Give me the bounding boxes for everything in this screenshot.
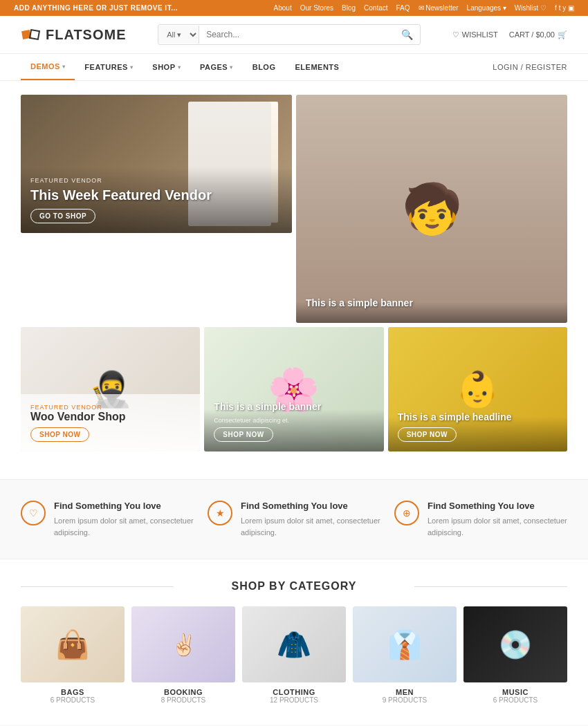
banner-flowers-overlay: This is a simple banner Consectetuer adi… — [204, 391, 383, 452]
top-bar-links: About Our Stores Blog Contact FAQ ✉ News… — [274, 4, 574, 12]
bags-icon: 👜 — [21, 606, 125, 682]
wishlist-button[interactable]: ♡ WISHLIST — [452, 30, 498, 39]
search-bar: All ▾ 🔍 — [158, 24, 421, 45]
woo-title: Woo Vendor Shop — [30, 411, 190, 423]
header-right: ♡ WISHLIST CART / $0,00 🛒 — [452, 30, 567, 39]
feature-1-icon: ♡ — [21, 501, 46, 525]
category-music[interactable]: 💿 MUSIC 6 PRODUCTS — [463, 606, 567, 704]
contact-link[interactable]: Contact — [364, 4, 387, 12]
category-men-name: MEN — [353, 688, 457, 696]
wishlist-icon: ♡ — [452, 30, 459, 39]
nav-item-pages[interactable]: PAGES ▾ — [190, 54, 243, 80]
logo-text: FLATSOME — [46, 27, 127, 43]
shop-by-category-section: SHOP BY CATEGORY 👜 BAGS 6 PRODUCTS ✌🏻 BO… — [0, 559, 588, 725]
category-clothing-img: 🧥 — [242, 606, 346, 682]
booking-icon: ✌🏻 — [131, 606, 235, 682]
woo-vendor-banner: 🥷 FEATURED VENDOR Woo Vendor Shop SHOP N… — [21, 327, 200, 452]
nav-item-elements[interactable]: ELEMENTS — [285, 54, 349, 80]
search-icon: 🔍 — [401, 29, 413, 40]
search-button[interactable]: 🔍 — [394, 25, 420, 44]
clothing-icon: 🧥 — [242, 606, 346, 682]
feature-3: ⊕ Find Something You love Lorem ipsum do… — [394, 501, 567, 538]
cart-icon: 🛒 — [558, 30, 567, 39]
about-link[interactable]: About — [274, 4, 292, 12]
hero-right-banner: 🧒 This is a simple banner — [296, 95, 567, 323]
feature-1-desc: Lorem ipsum dolor sit amet, consectetuer… — [54, 515, 194, 538]
announcement-text: ADD ANYTHING HERE OR JUST REMOVE IT... — [14, 4, 178, 12]
woo-vendor-overlay: FEATURED VENDOR Woo Vendor Shop SHOP NOW — [21, 394, 200, 452]
category-bags-name: BAGS — [21, 688, 125, 696]
hero-main-banner: 🌸 FEATURED VENDOR This Week Featured Ven… — [21, 95, 292, 233]
men-icon: 👔 — [353, 606, 457, 682]
banner-headline-title: This is a simple headline — [398, 411, 558, 423]
wishlist-top-link[interactable]: Wishlist ♡ — [515, 4, 546, 12]
search-category-select[interactable]: All ▾ — [158, 26, 199, 44]
banner-flowers-cta[interactable]: SHOP NOW — [214, 427, 273, 442]
category-bags[interactable]: 👜 BAGS 6 PRODUCTS — [21, 606, 125, 704]
banner-headline-cta[interactable]: SHOP NOW — [398, 427, 457, 442]
main-content: 🌸 FEATURED VENDOR This Week Featured Ven… — [0, 81, 588, 479]
feature-3-desc: Lorem ipsum dolor sit amet, consectetuer… — [428, 515, 567, 538]
category-bags-count: 6 PRODUCTS — [21, 696, 125, 704]
category-men-count: 9 PRODUCTS — [353, 696, 457, 704]
feature-1-text: Find Something You love Lorem ipsum dolo… — [54, 501, 194, 538]
music-icon: 💿 — [463, 606, 567, 682]
hero-main-title: This Week Featured Vendor — [30, 187, 282, 203]
nav-left: DEMOS ▾ FEATURES ▾ SHOP ▾ PAGES ▾ BLOG E… — [21, 54, 349, 80]
hero-bottom-row: 🥷 FEATURED VENDOR Woo Vendor Shop SHOP N… — [21, 327, 567, 452]
cart-button[interactable]: CART / $0,00 🛒 — [509, 30, 567, 39]
social-icons: f t y ▣ — [555, 4, 574, 12]
feature-1: ♡ Find Something You love Lorem ipsum do… — [21, 501, 194, 538]
nav-item-shop[interactable]: SHOP ▾ — [143, 54, 190, 80]
login-register-link[interactable]: LOGIN / REGISTER — [493, 63, 567, 71]
hero-right-title: This is a simple banner — [306, 297, 558, 309]
hero-main-cta[interactable]: GO TO SHOP — [30, 209, 95, 223]
languages-link[interactable]: Languages ▾ — [467, 4, 506, 12]
category-booking[interactable]: ✌🏻 BOOKING 8 PRODUCTS — [131, 606, 235, 704]
woo-tag: FEATURED VENDOR — [30, 404, 190, 411]
search-input[interactable] — [199, 26, 394, 44]
newsletter-link[interactable]: ✉ Newsletter — [419, 4, 459, 12]
hero-top-row: 🌸 FEATURED VENDOR This Week Featured Ven… — [21, 95, 567, 323]
feature-2-icon: ★ — [208, 501, 232, 525]
nav-item-demos[interactable]: DEMOS ▾ — [21, 54, 75, 80]
nav-item-blog[interactable]: BLOG — [243, 54, 286, 80]
feature-3-icon: ⊕ — [394, 501, 419, 525]
feature-2-desc: Lorem ipsum dolor sit amet, consectetuer… — [241, 515, 380, 538]
navigation: DEMOS ▾ FEATURES ▾ SHOP ▾ PAGES ▾ BLOG E… — [0, 54, 588, 81]
hero-right-overlay: This is a simple banner — [296, 288, 567, 323]
banner-headline: 👶 This is a simple headline SHOP NOW — [388, 327, 567, 452]
feature-3-text: Find Something You love Lorem ipsum dolo… — [428, 501, 567, 538]
category-clothing-name: CLOTHING — [242, 688, 346, 696]
category-booking-count: 8 PRODUCTS — [131, 696, 235, 704]
blog-link[interactable]: Blog — [342, 4, 356, 12]
category-music-img: 💿 — [463, 606, 567, 682]
feature-2: ★ Find Something You love Lorem ipsum do… — [208, 501, 380, 538]
category-grid: 👜 BAGS 6 PRODUCTS ✌🏻 BOOKING 8 PRODUCTS … — [21, 606, 567, 704]
our-stores-link[interactable]: Our Stores — [300, 4, 333, 12]
logo-icon — [21, 25, 40, 44]
category-clothing[interactable]: 🧥 CLOTHING 12 PRODUCTS — [242, 606, 346, 704]
banner-flowers: 🌸 This is a simple banner Consectetuer a… — [204, 327, 383, 452]
banner-headline-overlay: This is a simple headline SHOP NOW — [388, 402, 567, 452]
feature-1-title: Find Something You love — [54, 501, 194, 511]
features-section: ♡ Find Something You love Lorem ipsum do… — [0, 479, 588, 559]
logo[interactable]: FLATSOME — [21, 25, 127, 44]
woo-cta[interactable]: SHOP NOW — [30, 427, 89, 442]
category-men[interactable]: 👔 MEN 9 PRODUCTS — [353, 606, 457, 704]
category-men-img: 👔 — [353, 606, 457, 682]
category-clothing-count: 12 PRODUCTS — [242, 696, 346, 704]
category-music-count: 6 PRODUCTS — [463, 696, 567, 704]
svg-rect-1 — [30, 30, 39, 39]
top-bar: ADD ANYTHING HERE OR JUST REMOVE IT... A… — [0, 0, 588, 16]
hero-main-overlay: FEATURED VENDOR This Week Featured Vendo… — [21, 167, 292, 233]
feature-3-title: Find Something You love — [428, 501, 567, 511]
category-booking-name: BOOKING — [131, 688, 235, 696]
banner-flowers-title: This is a simple banner — [214, 401, 374, 413]
category-bags-img: 👜 — [21, 606, 125, 682]
nav-item-features[interactable]: FEATURES ▾ — [75, 54, 143, 80]
category-booking-img: ✌🏻 — [131, 606, 235, 682]
faq-link[interactable]: FAQ — [396, 4, 410, 12]
banner-flowers-subtitle: Consectetuer adipiscing et. — [214, 417, 374, 424]
feature-2-title: Find Something You love — [241, 501, 380, 511]
